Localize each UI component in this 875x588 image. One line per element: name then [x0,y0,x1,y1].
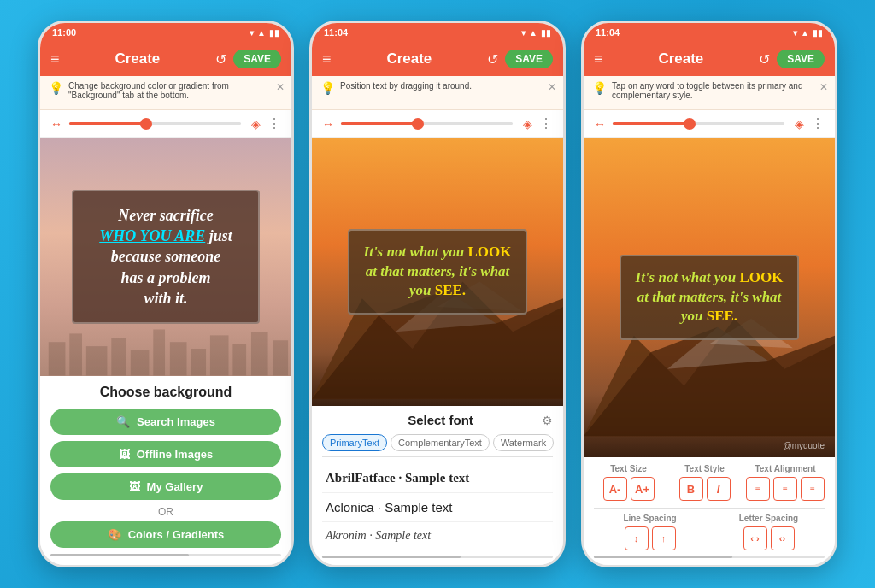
layers-icon-1[interactable]: ◈ [251,117,261,131]
align-right-button[interactable]: ≡ [801,477,825,501]
text-size-increase[interactable]: A+ [631,477,655,501]
offline-images-button[interactable]: 🖼 Offline Images [50,441,281,467]
more-options-icon-3[interactable]: ⋮ [811,115,825,132]
text-size-label: Text Size [594,464,663,473]
app-title-3: Create [603,50,760,68]
slider-bar-3: ↔ ◈ ⋮ [584,110,835,138]
undo-icon-2[interactable]: ↺ [487,51,498,68]
quote-box-1[interactable]: Never sacrifice WHO YOU ARE just because… [72,190,260,324]
time-3: 11:04 [596,27,620,38]
svg-rect-1 [69,333,82,375]
undo-icon-3[interactable]: ↺ [759,51,770,68]
colors-gradients-label: Colors / Gradients [128,528,225,541]
slider-track-2[interactable] [341,122,513,125]
top-bar-2: ≡ Create ↺ SAVE [312,42,563,76]
quote-box-3[interactable]: It's not what you LOOK at that matters, … [620,255,799,341]
undo-icon[interactable]: ↺ [215,51,226,68]
top-bar-3: ≡ Create ↺ SAVE [584,42,835,76]
letter-spacing-decrease[interactable]: ‹ › [743,526,767,550]
close-hint-3[interactable]: ✕ [819,81,828,93]
font-item-1[interactable]: Aclonica · Sample text [322,493,553,522]
hint-text-1: Change background color or gradient from… [68,81,283,100]
top-actions-3: ↺ SAVE [759,50,825,68]
svg-rect-3 [111,338,126,375]
font-sample-0: AbrilFatface · Sample text [326,471,469,485]
menu-area-3[interactable]: ≡ [594,50,603,68]
signal-icon-3: ▲ [801,28,809,38]
wifi-icon-3: ▾ [793,28,797,38]
svg-rect-4 [131,350,150,375]
search-images-label: Search Images [137,415,215,428]
menu-area-2[interactable]: ≡ [322,50,332,68]
watermark: @myquote [783,441,825,450]
quote-highlight-look-3: LOOK [739,269,783,285]
scroll-indicator-1 [50,554,281,556]
close-hint-2[interactable]: ✕ [548,81,556,93]
hamburger-icon[interactable]: ≡ [50,50,60,68]
status-bar-1: 11:00 ▾ ▲ ▮▮ [40,23,291,42]
tab-complementary-text[interactable]: ComplementaryText [391,434,490,451]
line-spacing-increase[interactable]: ↑ [652,526,676,550]
battery-icon-2: ▮▮ [541,28,551,38]
svg-rect-2 [86,346,108,375]
battery-icon-3: ▮▮ [813,28,823,38]
bulb-icon-1: 💡 [49,81,63,95]
save-button-1[interactable]: SAVE [233,50,281,68]
text-bold-button[interactable]: B [679,477,703,501]
hamburger-icon-3[interactable]: ≡ [594,50,603,68]
panel-title-1: Choose background [50,385,281,400]
signal-icon: ▲ [257,28,266,38]
text-italic-button[interactable]: I [707,477,731,501]
tab-watermark[interactable]: Watermark [493,434,554,451]
text-size-buttons: A- A+ [594,477,663,501]
font-item-0[interactable]: AbrilFatface · Sample text [322,464,553,493]
wifi-icon-2: ▾ [521,28,526,38]
font-sample-1: Aclonica · Sample text [326,500,452,514]
more-options-icon-2[interactable]: ⋮ [539,115,553,132]
tab-primary-text[interactable]: PrimaryText [322,434,387,451]
cityscape-svg [40,325,291,376]
slider-bar-1: ↔ ◈ ⋮ [40,110,291,138]
hint-bar-2: 💡 Position text by dragging it around. ✕ [312,76,563,110]
top-bar-1: ≡ Create ↺ SAVE [40,42,291,76]
phone-2: 11:04 ▾ ▲ ▮▮ ≡ Create ↺ SAVE 💡 Position … [309,21,566,567]
text-align-group: Text Alignment ≡ ≡ ≡ [746,464,825,501]
colors-gradients-button[interactable]: 🎨 Colors / Gradients [50,521,281,548]
status-icons-3: ▾ ▲ ▮▮ [793,28,823,38]
text-controls-grid: Text Size A- A+ Text Style B I Text Alig… [594,464,825,501]
letter-spacing-increase[interactable]: ‹› [771,526,795,550]
font-tabs: PrimaryText ComplementaryText Watermark [322,434,553,457]
quote-text-3: It's not what you LOOK at that matters, … [635,268,784,327]
layers-icon-3[interactable]: ◈ [795,117,804,131]
text-size-decrease[interactable]: A- [603,477,627,501]
font-header: Select font ⚙ [322,413,553,427]
quote-box-2[interactable]: It's not what you LOOK at that matters, … [348,229,527,315]
divider-1 [594,508,825,509]
my-gallery-button[interactable]: 🖼 My Gallery [50,473,281,500]
app-title-1: Create [60,50,216,68]
slider-track-3[interactable] [613,122,784,125]
align-center-button[interactable]: ≡ [773,477,797,501]
status-bar-2: 11:04 ▾ ▲ ▮▮ [312,23,563,42]
align-left-button[interactable]: ≡ [746,477,770,501]
slider-track-1[interactable] [69,122,241,125]
svg-rect-11 [273,340,288,375]
time-2: 11:04 [324,27,348,38]
quote-highlight-look: LOOK [467,244,511,260]
text-style-label: Text Style [670,464,739,473]
menu-area-1[interactable]: ≡ [50,50,60,68]
more-options-icon-1[interactable]: ⋮ [267,115,281,132]
status-icons-2: ▾ ▲ ▮▮ [521,28,551,38]
settings-icon[interactable]: ⚙ [542,414,553,427]
close-hint-1[interactable]: ✕ [276,81,285,93]
save-button-2[interactable]: SAVE [505,50,553,68]
layers-icon-2[interactable]: ◈ [523,117,532,131]
hamburger-icon-2[interactable]: ≡ [322,50,332,68]
line-spacing-decrease[interactable]: ↕ [625,526,649,550]
font-item-2[interactable]: Akronim · Sample text [322,522,553,550]
save-button-3[interactable]: SAVE [777,50,825,68]
search-images-button[interactable]: 🔍 Search Images [50,409,281,435]
line-spacing-group: Line Spacing ↕ ↑ [594,514,706,550]
bottom-panel-1: Choose background 🔍 Search Images 🖼 Offl… [40,376,291,565]
time-1: 11:00 [52,27,76,38]
